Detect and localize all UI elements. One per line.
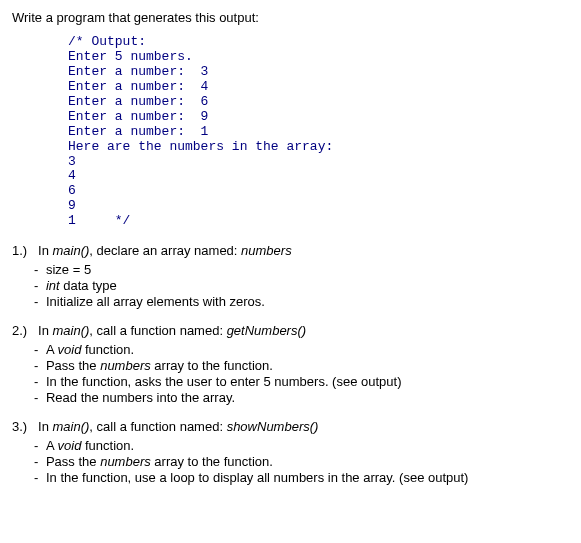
bullet-text: numbers [100,454,151,469]
bullet-text: Pass the [46,454,100,469]
bullet-text: void [58,438,82,453]
intro-text: Write a program that generates this outp… [12,10,259,25]
intro-line: Write a program that generates this outp… [12,10,569,25]
bullet: Pass the numbers array to the function. [46,358,569,373]
bullet-text: size = 5 [46,262,91,277]
section-2-name: getNumbers() [227,323,306,338]
section-1-bullets: size = 5 int data type Initialize all ar… [46,262,569,309]
bullet-text: void [58,342,82,357]
section-3-pre: In [38,419,52,434]
bullet: Initialize all array elements with zeros… [46,294,569,309]
section-2: 2.) In main(), call a function named: ge… [12,323,569,405]
section-1-mid: , declare an array named: [89,243,241,258]
bullet: int data type [46,278,569,293]
section-2-main: main() [52,323,89,338]
bullet-text: A [46,342,58,357]
section-3-name: showNumbers() [227,419,319,434]
bullet-text: A [46,438,58,453]
bullet-text: data type [60,278,117,293]
section-2-mid: , call a function named: [89,323,226,338]
section-2-bullets: A void function. Pass the numbers array … [46,342,569,405]
bullet: A void function. [46,438,569,453]
bullet-text: function. [81,342,134,357]
bullet-text: In the function, use a loop to display a… [46,470,469,485]
section-1-head: 1.) In main(), declare an array named: n… [12,243,569,258]
section-3-num: 3.) [12,419,27,434]
bullet-text: Read the numbers into the array. [46,390,235,405]
section-1-pre: In [38,243,52,258]
section-3-main: main() [52,419,89,434]
section-3-head: 3.) In main(), call a function named: sh… [12,419,569,434]
section-1-num: 1.) [12,243,27,258]
bullet: A void function. [46,342,569,357]
bullet: Pass the numbers array to the function. [46,454,569,469]
bullet: In the function, asks the user to enter … [46,374,569,389]
bullet-text: numbers [100,358,151,373]
section-2-head: 2.) In main(), call a function named: ge… [12,323,569,338]
output-block: /* Output: Enter 5 numbers. Enter a numb… [68,35,569,229]
section-3: 3.) In main(), call a function named: sh… [12,419,569,485]
bullet: Read the numbers into the array. [46,390,569,405]
bullet-text: In the function, asks the user to enter … [46,374,402,389]
section-2-pre: In [38,323,52,338]
section-1-main: main() [52,243,89,258]
bullet-text: int [46,278,60,293]
bullet: size = 5 [46,262,569,277]
section-3-bullets: A void function. Pass the numbers array … [46,438,569,485]
bullet-text: array to the function. [151,358,273,373]
bullet-text: Initialize all array elements with zeros… [46,294,265,309]
bullet-text: Pass the [46,358,100,373]
section-3-mid: , call a function named: [89,419,226,434]
bullet-text: function. [81,438,134,453]
bullet-text: array to the function. [151,454,273,469]
section-1-name: numbers [241,243,292,258]
section-1: 1.) In main(), declare an array named: n… [12,243,569,309]
section-2-num: 2.) [12,323,27,338]
bullet: In the function, use a loop to display a… [46,470,569,485]
